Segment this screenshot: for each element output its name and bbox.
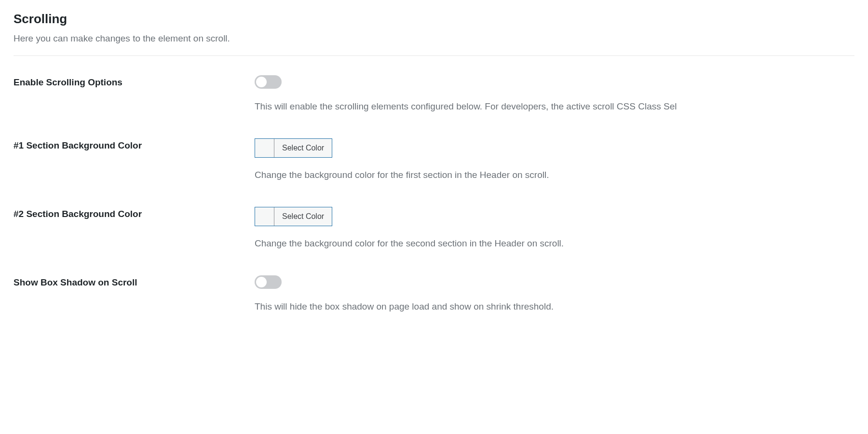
section-subtitle: Here you can make changes to the element… [14, 33, 854, 44]
setting-control: Select Color Change the background color… [255, 207, 854, 249]
setting-desc-enable-scrolling: This will enable the scrolling elements … [255, 101, 854, 112]
setting-desc-section1-bg: Change the background color for the firs… [255, 170, 854, 180]
toggle-knob [256, 277, 267, 287]
section-title: Scrolling [14, 12, 854, 27]
setting-control: This will hide the box shadow on page lo… [255, 275, 854, 312]
setting-desc-box-shadow: This will hide the box shadow on page lo… [255, 301, 854, 312]
setting-label-box-shadow: Show Box Shadow on Scroll [14, 275, 255, 288]
setting-control: Select Color Change the background color… [255, 138, 854, 180]
setting-label-enable-scrolling: Enable Scrolling Options [14, 75, 255, 88]
color-swatch-icon [255, 207, 274, 226]
color-picker-label: Select Color [274, 139, 332, 157]
section-divider [14, 55, 854, 56]
setting-desc-section2-bg: Change the background color for the seco… [255, 238, 854, 249]
setting-section2-bg: #2 Section Background Color Select Color… [14, 207, 854, 249]
section1-bg-color-button[interactable]: Select Color [255, 138, 332, 158]
setting-section1-bg: #1 Section Background Color Select Color… [14, 138, 854, 180]
color-picker-label: Select Color [274, 207, 332, 226]
toggle-knob [256, 77, 267, 87]
setting-control: This will enable the scrolling elements … [255, 75, 854, 112]
color-swatch-icon [255, 139, 274, 157]
enable-scrolling-toggle[interactable] [255, 75, 282, 89]
box-shadow-toggle[interactable] [255, 275, 282, 289]
section2-bg-color-button[interactable]: Select Color [255, 207, 332, 226]
setting-enable-scrolling: Enable Scrolling Options This will enabl… [14, 75, 854, 112]
setting-label-section1-bg: #1 Section Background Color [14, 138, 255, 151]
setting-label-section2-bg: #2 Section Background Color [14, 207, 255, 219]
setting-box-shadow: Show Box Shadow on Scroll This will hide… [14, 275, 854, 312]
